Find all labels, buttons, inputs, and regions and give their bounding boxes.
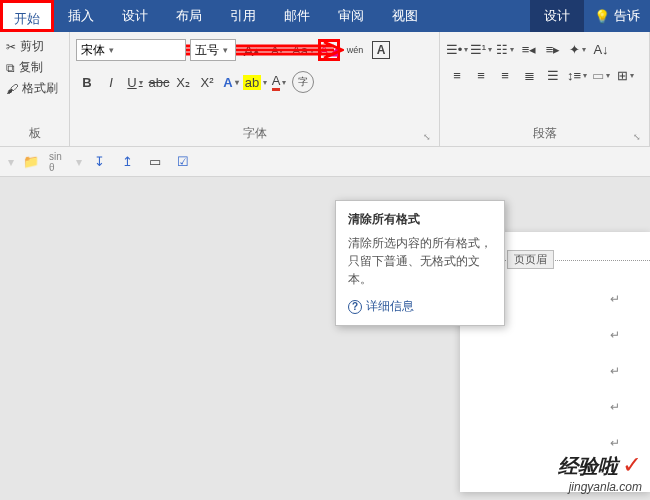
lightbulb-icon: 💡 [594, 9, 610, 24]
shading-button[interactable]: ▭ [590, 64, 612, 86]
qb-spacing-up-button[interactable]: ↥ [116, 151, 138, 173]
brush-icon: 🖌 [6, 82, 18, 96]
format-painter-button[interactable]: 🖌 格式刷 [6, 78, 63, 99]
watermark: 经验啦 ✓ jingyanla.com [558, 451, 642, 494]
quick-access-bar: ▾ 📁 sin θ ▾ ↧ ↥ ▭ ☑ [0, 147, 650, 177]
superscript-button[interactable]: X² [196, 71, 218, 93]
tab-home[interactable]: 开始 [0, 0, 54, 32]
tooltip-link-label: 详细信息 [366, 298, 414, 315]
phonetic-guide-button[interactable]: wén [344, 39, 366, 61]
scissors-icon: ✂ [6, 40, 16, 54]
screenshot-icon: ▭ [149, 154, 161, 169]
align-right-icon: ≡ [501, 68, 509, 83]
eraser-icon: A◢ [320, 43, 339, 58]
borders-button[interactable]: ⊞ [614, 64, 636, 86]
tab-mailings[interactable]: 邮件 [270, 0, 324, 32]
font-name-combo[interactable]: 宋体 [76, 39, 186, 61]
justify-button[interactable]: ≣ [518, 64, 540, 86]
outdent-icon: ≡◂ [522, 42, 537, 57]
cut-button[interactable]: ✂ 剪切 [6, 36, 63, 57]
underline-button[interactable]: U [124, 71, 146, 93]
font-size-combo[interactable]: 五号 [190, 39, 236, 61]
document-canvas: 页页眉 ↵↵↵↵↵ [0, 177, 650, 500]
group-paragraph: ☰• ☰¹ ☷ ≡◂ ≡▸ ✦ A↓ ≡ ≡ ≡ ≣ ☰ ↕≡ ▭ ⊞ 段落 ⤡ [440, 32, 650, 146]
folder-icon: 📁 [23, 154, 39, 169]
paragraph-group-label: 段落 ⤡ [446, 125, 643, 144]
tell-me-search[interactable]: 💡 告诉 [584, 7, 650, 25]
tab-references[interactable]: 引用 [216, 0, 270, 32]
indent-icon: ≡▸ [546, 42, 561, 57]
tab-review[interactable]: 审阅 [324, 0, 378, 32]
copy-label: 复制 [19, 59, 43, 76]
ribbon: ✂ 剪切 ⧉ 复制 🖌 格式刷 板 宋体 五号 A▴ A▾ Aa A◢ wén … [0, 32, 650, 147]
ribbon-tabbar: 开始 插入 设计 布局 引用 邮件 审阅 视图 设计 💡 告诉 [0, 0, 650, 32]
asian-layout-button[interactable]: ✦ [566, 38, 588, 60]
change-case-button[interactable]: Aa [292, 39, 314, 61]
sort-button[interactable]: A↓ [590, 38, 612, 60]
highlight-icon: ab [243, 75, 261, 90]
increase-indent-button[interactable]: ≡▸ [542, 38, 564, 60]
distribute-icon: ☰ [547, 68, 559, 83]
watermark-url: jingyanla.com [558, 480, 642, 494]
multilevel-button[interactable]: ☷ [494, 38, 516, 60]
font-color-button[interactable]: A [268, 71, 290, 93]
enclosed-char-button[interactable]: 字 [292, 71, 314, 93]
tab-layout[interactable]: 布局 [162, 0, 216, 32]
paragraph-dialog-launcher[interactable]: ⤡ [633, 132, 641, 142]
highlight-button[interactable]: ab [244, 71, 266, 93]
qb-equation-button[interactable]: sin θ [48, 151, 70, 173]
align-left-button[interactable]: ≡ [446, 64, 468, 86]
clear-formatting-tooltip: 清除所有格式 清除所选内容的所有格式，只留下普通、无格式的文本。 ? 详细信息 [335, 200, 505, 326]
paragraph-marks: ↵↵↵↵↵ [610, 292, 620, 450]
qb-checkbox-button[interactable]: ☑ [172, 151, 194, 173]
grow-font-button[interactable]: A▴ [240, 39, 262, 61]
tab-view[interactable]: 视图 [378, 0, 432, 32]
distribute-button[interactable]: ☰ [542, 64, 564, 86]
sort-icon: A↓ [593, 42, 608, 57]
align-center-button[interactable]: ≡ [470, 64, 492, 86]
copy-button[interactable]: ⧉ 复制 [6, 57, 63, 78]
align-left-icon: ≡ [453, 68, 461, 83]
format-painter-label: 格式刷 [22, 80, 58, 97]
group-font: 宋体 五号 A▴ A▾ Aa A◢ wén A B I U abc X₂ X² … [70, 32, 440, 146]
spacing-down-icon: ↧ [94, 154, 105, 169]
line-spacing-icon: ↕≡ [567, 68, 581, 83]
tab-contextual-design[interactable]: 设计 [530, 0, 584, 32]
char-border-button[interactable]: A [370, 39, 392, 61]
italic-button[interactable]: I [100, 71, 122, 93]
multilevel-icon: ☷ [496, 42, 508, 57]
qb-spacing-down-button[interactable]: ↧ [88, 151, 110, 173]
text-effects-button[interactable]: A [220, 71, 242, 93]
borders-icon: ⊞ [617, 68, 628, 83]
qb-screenshot-button[interactable]: ▭ [144, 151, 166, 173]
clear-formatting-button[interactable]: A◢ [318, 39, 340, 61]
char-border-icon: A [372, 41, 390, 59]
bullets-button[interactable]: ☰• [446, 38, 468, 60]
subscript-button[interactable]: X₂ [172, 71, 194, 93]
header-section-label: 页页眉 [507, 250, 554, 269]
copy-icon: ⧉ [6, 61, 15, 75]
tab-design[interactable]: 设计 [108, 0, 162, 32]
font-group-label: 字体 ⤡ [76, 125, 433, 144]
strikethrough-button[interactable]: abc [148, 71, 170, 93]
align-center-icon: ≡ [477, 68, 485, 83]
tell-me-label: 告诉 [614, 7, 640, 25]
watermark-text: 经验啦 [558, 455, 618, 477]
help-icon: ? [348, 300, 362, 314]
numbering-button[interactable]: ☰¹ [470, 38, 492, 60]
tooltip-more-info-link[interactable]: ? 详细信息 [348, 298, 492, 315]
font-dialog-launcher[interactable]: ⤡ [423, 132, 431, 142]
decrease-indent-button[interactable]: ≡◂ [518, 38, 540, 60]
qb-folder-button[interactable]: 📁 [20, 151, 42, 173]
tab-insert[interactable]: 插入 [54, 0, 108, 32]
tooltip-body: 清除所选内容的所有格式，只留下普通、无格式的文本。 [348, 234, 492, 288]
bold-button[interactable]: B [76, 71, 98, 93]
align-right-button[interactable]: ≡ [494, 64, 516, 86]
shading-icon: ▭ [592, 68, 604, 83]
justify-icon: ≣ [524, 68, 535, 83]
numbering-icon: ☰¹ [470, 42, 486, 57]
shrink-font-button[interactable]: A▾ [266, 39, 288, 61]
line-spacing-button[interactable]: ↕≡ [566, 64, 588, 86]
checkbox-icon: ☑ [177, 154, 189, 169]
checkmark-icon: ✓ [622, 451, 642, 478]
